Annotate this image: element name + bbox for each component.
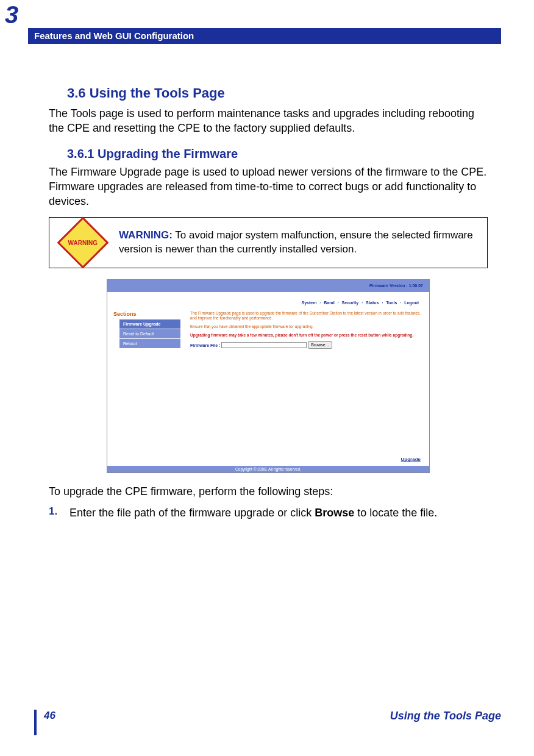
ss-firmware-version: Firmware Version : 1.00.07 xyxy=(107,280,429,292)
ss-main: The Firmware Upgrade page is used to upg… xyxy=(187,307,429,466)
section-heading: 3.6 Using the Tools Page xyxy=(67,85,488,101)
ss-nav-logout[interactable]: Logout xyxy=(404,301,419,305)
step-text-after: to locate the file. xyxy=(354,507,437,519)
warning-box: WARNING WARNING: To avoid major system m… xyxy=(49,217,488,268)
page-number: 46 xyxy=(44,710,55,722)
step-1: 1. Enter the file path of the firmware u… xyxy=(49,505,488,520)
ss-nav-band[interactable]: Band xyxy=(324,301,335,305)
warning-label: WARNING: xyxy=(119,229,173,241)
warning-icon: WARNING xyxy=(57,217,109,269)
step-number: 1. xyxy=(49,505,69,520)
ss-nav-tools[interactable]: Tools xyxy=(386,301,397,305)
ss-browse-button[interactable]: Browse... xyxy=(308,341,332,349)
footer-title: Using the Tools Page xyxy=(390,710,501,722)
ss-desc-2: Ensure that you have obtained the approp… xyxy=(190,324,421,329)
page-footer: 46 Using the Tools Page xyxy=(34,710,501,735)
subsection-intro: The Firmware Upgrade page is used to upl… xyxy=(49,165,488,209)
subsection-heading: 3.6.1 Upgrading the Firmware xyxy=(67,147,488,161)
step-text-before: Enter the file path of the firmware upgr… xyxy=(69,507,315,519)
embedded-screenshot: Firmware Version : 1.00.07 System · Band… xyxy=(107,279,430,473)
ss-sidebar-reboot[interactable]: Reboot xyxy=(119,339,180,349)
ss-nav: System · Band · Security · Status · Tool… xyxy=(107,292,429,307)
page-content: 3.6 Using the Tools Page The Tools page … xyxy=(49,85,488,520)
ss-nav-system[interactable]: System xyxy=(301,301,316,305)
warning-icon-cell: WARNING xyxy=(49,218,116,268)
section-intro: The Tools page is used to perform mainte… xyxy=(49,106,488,136)
warning-text: WARNING: To avoid major system malfuncti… xyxy=(116,218,487,268)
ss-sidebar-firmware-upgrade[interactable]: Firmware Upgrade xyxy=(119,319,180,329)
ss-upgrade-link[interactable]: Upgrade xyxy=(401,457,421,462)
ss-warning: Upgrading firmware may take a few minute… xyxy=(190,333,421,338)
ss-desc-1: The Firmware Upgrade page is used to upg… xyxy=(190,311,421,321)
ss-nav-status[interactable]: Status xyxy=(366,301,379,305)
warning-icon-label: WARNING xyxy=(68,240,98,246)
ss-nav-security[interactable]: Security xyxy=(342,301,359,305)
warning-body: To avoid major system malfunction, ensur… xyxy=(119,229,473,255)
ss-sidebar: Sections Firmware Upgrade Reset to Defau… xyxy=(107,307,187,466)
ss-sidebar-reset[interactable]: Reset to Default xyxy=(119,329,180,339)
ss-file-input[interactable] xyxy=(221,342,307,348)
step-bold: Browse xyxy=(315,507,354,519)
ss-copyright: Copyright © 2008. All rights reserved. xyxy=(107,466,429,472)
ss-file-row: Firmware File : Browse... xyxy=(190,341,421,349)
post-screenshot-text: To upgrade the CPE firmware, perform the… xyxy=(49,484,488,499)
ss-file-label: Firmware File : xyxy=(190,343,220,347)
ss-sections-label: Sections xyxy=(113,311,187,317)
chapter-number: 3 xyxy=(5,1,18,29)
step-body: Enter the file path of the firmware upgr… xyxy=(69,505,437,520)
header-bar: Features and Web GUI Configuration xyxy=(28,28,501,44)
